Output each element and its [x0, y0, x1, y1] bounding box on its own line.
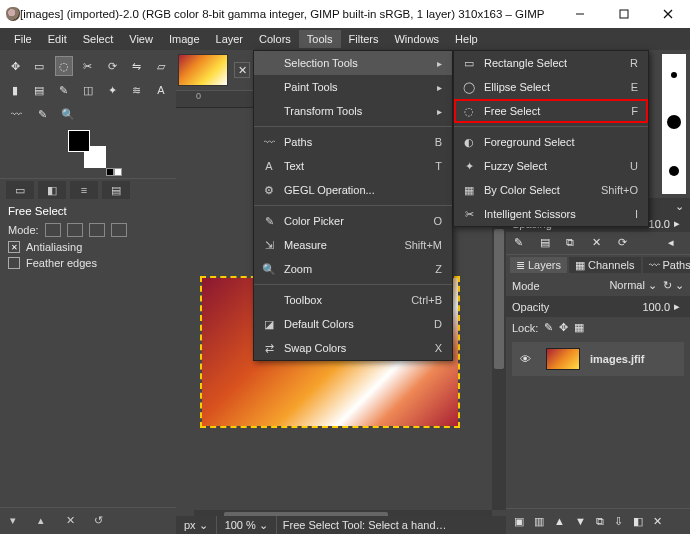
layer-down-icon[interactable]: ▼ [575, 515, 586, 528]
brush-preview[interactable] [662, 54, 686, 194]
menu-item-color-picker[interactable]: ✎Color PickerO [254, 209, 452, 233]
status-zoom[interactable]: 100 %⌄ [217, 516, 277, 534]
menu-item-by-color-select[interactable]: ▦By Color SelectShift+O [454, 178, 648, 202]
bucket-fill-tool[interactable]: ▮ [6, 80, 24, 100]
eraser-tool[interactable]: ◫ [79, 80, 97, 100]
menu-item-measure[interactable]: ⇲MeasureShift+M [254, 233, 452, 257]
tool-options-tab[interactable]: ▭ [6, 181, 34, 199]
status-unit[interactable]: px⌄ [176, 516, 217, 534]
rect-select-tool[interactable]: ▭ [30, 56, 48, 76]
new-brush-icon[interactable]: ▤ [540, 236, 554, 250]
fg-bg-swatches[interactable] [68, 130, 170, 174]
menu-item-paths[interactable]: 〰PathsB [254, 130, 452, 154]
antialiasing-checkbox[interactable] [8, 241, 20, 253]
svg-rect-1 [620, 10, 628, 18]
delete-layer-icon[interactable]: ✕ [653, 515, 662, 528]
image-tab-thumb[interactable] [178, 54, 228, 86]
rotate-tool[interactable]: ⟳ [103, 56, 121, 76]
perspective-tool[interactable]: ▱ [152, 56, 170, 76]
dup-brush-icon[interactable]: ⧉ [566, 236, 580, 250]
brush-toolbar: ✎ ▤ ⧉ ✕ ⟳ ◂ [506, 232, 690, 254]
menu-item-ellipse-select[interactable]: ◯Ellipse SelectE [454, 75, 648, 99]
edit-brush-icon[interactable]: ✎ [514, 236, 528, 250]
reset-preset-icon[interactable]: ↺ [94, 514, 108, 528]
save-preset-icon[interactable]: ▾ [10, 514, 24, 528]
tab-layers[interactable]: ≣ Layers [510, 257, 567, 273]
tab-channels[interactable]: ▦ Channels [569, 257, 640, 273]
menu-tools[interactable]: Tools [299, 30, 341, 48]
menu-edit[interactable]: Edit [40, 30, 75, 48]
menu-colors[interactable]: Colors [251, 30, 299, 48]
restore-preset-icon[interactable]: ▴ [38, 514, 52, 528]
lock-alpha-icon[interactable]: ▦ [574, 321, 584, 334]
history-tab[interactable]: ≡ [70, 181, 98, 199]
zoom-tool[interactable]: 🔍 [58, 104, 78, 124]
layer-group-icon[interactable]: ▥ [534, 515, 544, 528]
tab-paths[interactable]: 〰 Paths [643, 257, 690, 273]
menu-image[interactable]: Image [161, 30, 208, 48]
menu-file[interactable]: File [6, 30, 40, 48]
mode-subtract[interactable] [89, 223, 105, 237]
image-tab-close[interactable]: ✕ [234, 62, 250, 78]
menu-view[interactable]: View [121, 30, 161, 48]
blend-mode-select[interactable]: Normal ⌄ [609, 279, 657, 292]
menu-item-gegl-operation[interactable]: ⚙GEGL Operation... [254, 178, 452, 202]
mode-add[interactable] [67, 223, 83, 237]
lock-position-icon[interactable]: ✥ [559, 321, 568, 334]
free-select-tool[interactable]: ◌ [55, 56, 73, 76]
menu-item-default-colors[interactable]: ◪Default ColorsD [254, 312, 452, 336]
menu-item-swap-colors[interactable]: ⇄Swap ColorsX [254, 336, 452, 360]
layer-visibility-icon[interactable]: 👁 [520, 353, 536, 365]
layer-name[interactable]: images.jfif [590, 353, 644, 365]
menu-help[interactable]: Help [447, 30, 486, 48]
menu-item-zoom[interactable]: 🔍ZoomZ [254, 257, 452, 281]
maximize-button[interactable] [602, 0, 646, 28]
menu-item-rectangle-select[interactable]: ▭Rectangle SelectR [454, 51, 648, 75]
close-button[interactable] [646, 0, 690, 28]
refresh-brush-icon[interactable]: ⟳ [618, 236, 632, 250]
menu-item-foreground-select[interactable]: ◐Foreground Select [454, 130, 648, 154]
crop-tool[interactable]: ✂ [79, 56, 97, 76]
menu-item-toolbox[interactable]: ToolboxCtrl+B [254, 288, 452, 312]
brush-menu-icon[interactable]: ◂ [668, 236, 682, 250]
menu-windows[interactable]: Windows [386, 30, 447, 48]
clone-tool[interactable]: ✦ [103, 80, 121, 100]
text-tool[interactable]: A [152, 80, 170, 100]
path-tool[interactable]: 〰 [6, 104, 26, 124]
images-tab[interactable]: ▤ [102, 181, 130, 199]
mask-icon[interactable]: ◧ [633, 515, 643, 528]
layer-row[interactable]: 👁 images.jfif [512, 342, 684, 376]
shortcut-label: O [433, 215, 442, 227]
smudge-tool[interactable]: ≋ [127, 80, 145, 100]
lock-pixels-icon[interactable]: ✎ [544, 321, 553, 334]
menu-item-selection-tools[interactable]: Selection Tools [254, 51, 452, 75]
menu-item-intelligent-scissors[interactable]: ✂Intelligent ScissorsI [454, 202, 648, 226]
menu-layer[interactable]: Layer [208, 30, 252, 48]
menu-select[interactable]: Select [75, 30, 122, 48]
mode-flip-icon[interactable]: ↻ ⌄ [663, 279, 684, 292]
move-tool[interactable]: ✥ [6, 56, 24, 76]
menu-item-paint-tools[interactable]: Paint Tools [254, 75, 452, 99]
minimize-button[interactable] [558, 0, 602, 28]
mode-replace[interactable] [45, 223, 61, 237]
default-swap-mini[interactable] [106, 168, 122, 176]
device-status-tab[interactable]: ◧ [38, 181, 66, 199]
menu-item-transform-tools[interactable]: Transform Tools [254, 99, 452, 123]
layer-up-icon[interactable]: ▲ [554, 515, 565, 528]
mode-intersect[interactable] [111, 223, 127, 237]
eyedropper-tool[interactable]: ✎ [32, 104, 52, 124]
menu-item-fuzzy-select[interactable]: ✦Fuzzy SelectU [454, 154, 648, 178]
menu-item-free-select[interactable]: ◌Free SelectF [454, 99, 648, 123]
feather-checkbox[interactable] [8, 257, 20, 269]
pencil-tool[interactable]: ✎ [55, 80, 73, 100]
flip-tool[interactable]: ⇋ [127, 56, 145, 76]
del-brush-icon[interactable]: ✕ [592, 236, 606, 250]
dup-layer-icon[interactable]: ⧉ [596, 515, 604, 528]
delete-preset-icon[interactable]: ✕ [66, 514, 80, 528]
merge-layer-icon[interactable]: ⇩ [614, 515, 623, 528]
gradient-tool[interactable]: ▤ [30, 80, 48, 100]
menu-item-text[interactable]: ATextT [254, 154, 452, 178]
new-layer-icon[interactable]: ▣ [514, 515, 524, 528]
menu-filters[interactable]: Filters [341, 30, 387, 48]
fg-color-swatch[interactable] [68, 130, 90, 152]
